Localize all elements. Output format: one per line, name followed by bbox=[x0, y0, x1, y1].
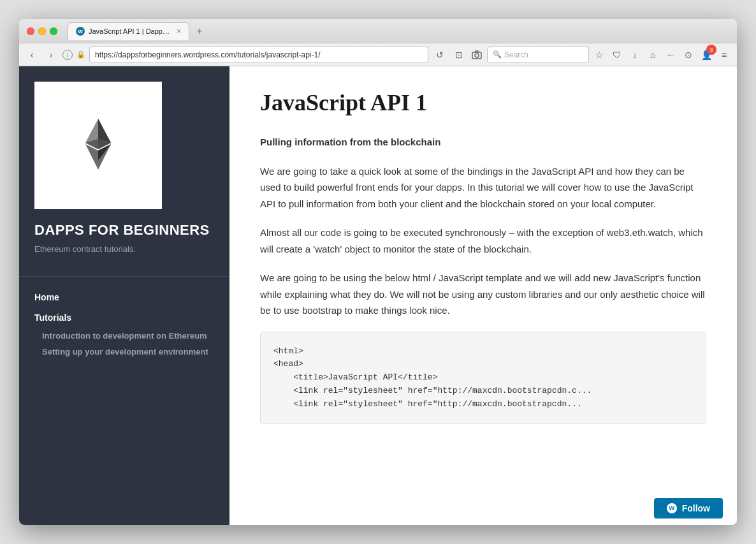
article-title: JavaScript API 1 bbox=[260, 89, 706, 116]
toolbar-icons: ⊡ 🔍 Search ☆ 🛡 ↓ ⌂ ← ⊙ 👤 3 ≡ bbox=[451, 47, 732, 63]
url-input[interactable] bbox=[89, 47, 428, 63]
follow-button[interactable]: W Follow bbox=[654, 498, 723, 518]
site-title: DAPPS FOR BEGINNERS bbox=[34, 222, 214, 239]
article-paragraph-2: Almost all our code is going to be execu… bbox=[260, 224, 706, 257]
svg-marker-3 bbox=[98, 119, 111, 143]
sidebar-item-intro[interactable]: Introduction to development on Ethereum bbox=[34, 328, 214, 344]
follow-wp-icon: W bbox=[667, 503, 677, 513]
download-icon[interactable]: ↓ bbox=[627, 47, 643, 62]
sidebar-item-setup[interactable]: Setting up your development environment bbox=[34, 344, 214, 360]
reload-button[interactable]: ↺ bbox=[432, 47, 447, 62]
search-placeholder: Search bbox=[504, 50, 528, 59]
sidebar-item-tutorials[interactable]: Tutorials bbox=[34, 307, 214, 328]
follow-label: Follow bbox=[682, 503, 710, 513]
sidebar: DAPPS FOR BEGINNERS Ethereum contract tu… bbox=[19, 66, 229, 525]
code-line-4: <link rel="stylesheet" href="http://maxc… bbox=[273, 385, 693, 398]
fullscreen-traffic-light[interactable] bbox=[50, 27, 57, 35]
tab-close-button[interactable]: × bbox=[177, 27, 181, 36]
lock-icon: 🔒 bbox=[76, 50, 85, 59]
notification-badge: 3 bbox=[706, 45, 716, 55]
page-content: DAPPS FOR BEGINNERS Ethereum contract tu… bbox=[19, 66, 737, 525]
pocket-icon[interactable]: ⊙ bbox=[681, 47, 696, 62]
article-subtitle: Pulling information from the blockchain bbox=[260, 134, 706, 151]
minimize-traffic-light[interactable] bbox=[38, 27, 46, 35]
close-traffic-light[interactable] bbox=[27, 27, 34, 35]
forward-button[interactable]: › bbox=[43, 47, 59, 62]
browser-window: W JavaScript API 1 | Dapps for... × + ‹ … bbox=[19, 19, 737, 525]
back-button[interactable]: ‹ bbox=[24, 47, 40, 62]
bookmark-icon[interactable]: ☆ bbox=[592, 47, 607, 62]
code-line-1: <html> bbox=[273, 345, 693, 358]
new-tab-button[interactable]: + bbox=[192, 24, 207, 39]
home-icon[interactable]: ⌂ bbox=[645, 47, 660, 62]
svg-point-1 bbox=[475, 54, 479, 57]
sidebar-nav: Home Tutorials Introduction to developme… bbox=[19, 287, 229, 360]
ethereum-logo bbox=[66, 112, 130, 179]
info-icon[interactable]: i bbox=[62, 50, 73, 60]
address-bar: ‹ › i 🔒 ↺ ⊡ 🔍 Search ☆ 🛡 ↓ ⌂ ← ⊙ bbox=[19, 43, 737, 66]
screenshot-icon[interactable] bbox=[469, 47, 484, 62]
tab-title: JavaScript API 1 | Dapps for... bbox=[89, 27, 171, 35]
article-paragraph-1: We are going to take a quick look at som… bbox=[260, 163, 706, 212]
main-content: JavaScript API 1 Pulling information fro… bbox=[229, 66, 737, 525]
back2-icon[interactable]: ← bbox=[663, 47, 678, 62]
code-line-2: <head> bbox=[273, 358, 693, 371]
article-body: Pulling information from the blockchain … bbox=[260, 134, 706, 424]
site-logo-container: DAPPS FOR BEGINNERS Ethereum contract tu… bbox=[19, 66, 229, 266]
sidebar-item-home[interactable]: Home bbox=[34, 287, 214, 307]
tab-favicon: W bbox=[76, 27, 85, 36]
site-logo bbox=[34, 82, 162, 209]
code-line-5: <link rel="stylesheet" href="http://maxc… bbox=[273, 398, 693, 411]
avatar-wrapper: 👤 3 bbox=[699, 47, 714, 62]
title-bar: W JavaScript API 1 | Dapps for... × + bbox=[19, 19, 737, 43]
site-description: Ethereum contract tutorials. bbox=[34, 244, 214, 255]
code-block: <html> <head> <title>JavaScript API</tit… bbox=[260, 332, 706, 425]
traffic-lights bbox=[27, 27, 57, 35]
sidebar-divider bbox=[19, 276, 229, 277]
code-line-3: <title>JavaScript API</title> bbox=[273, 371, 693, 385]
reader-view-icon[interactable]: ⊡ bbox=[451, 47, 467, 62]
menu-icon[interactable]: ≡ bbox=[716, 47, 732, 62]
tab-bar: W JavaScript API 1 | Dapps for... × + bbox=[68, 22, 729, 40]
active-tab[interactable]: W JavaScript API 1 | Dapps for... × bbox=[68, 22, 189, 40]
shield-icon[interactable]: 🛡 bbox=[609, 47, 625, 62]
search-box[interactable]: 🔍 Search bbox=[487, 47, 589, 63]
article-paragraph-3: We are going to be using the below html … bbox=[260, 270, 706, 319]
search-icon: 🔍 bbox=[493, 50, 502, 59]
